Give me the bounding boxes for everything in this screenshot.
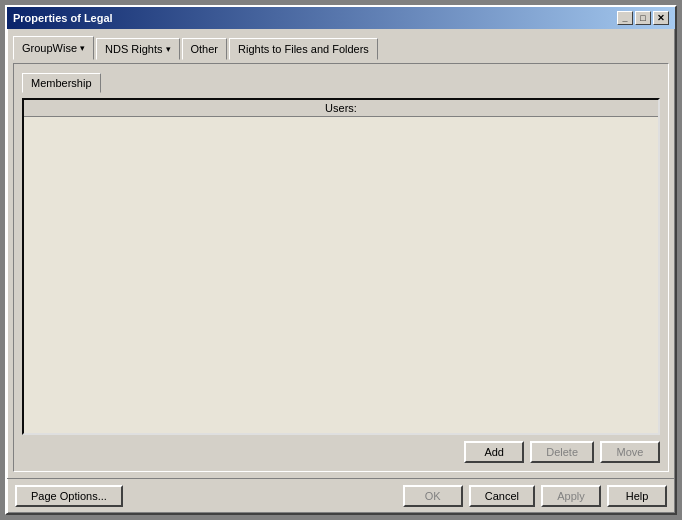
users-panel: Users: Add Delete Move <box>22 98 660 463</box>
apply-button[interactable]: Apply <box>541 485 601 507</box>
tab-bar: GroupWise ▾ NDS Rights ▾ Other Rights to… <box>13 35 669 59</box>
tab-nds-rights[interactable]: NDS Rights ▾ <box>96 38 179 60</box>
tab-rights-files-folders[interactable]: Rights to Files and Folders <box>229 38 378 60</box>
users-list[interactable] <box>24 117 658 433</box>
tab-panel: Membership Users: Add Delete Move <box>13 63 669 472</box>
sub-tab-membership[interactable]: Membership <box>22 73 101 93</box>
page-options-button[interactable]: Page Options... <box>15 485 123 507</box>
action-buttons: Add Delete Move <box>22 441 660 463</box>
ok-button[interactable]: OK <box>403 485 463 507</box>
dialog-title: Properties of Legal <box>13 12 113 24</box>
title-bar-buttons: _ □ ✕ <box>617 11 669 25</box>
tab-nds-rights-label: NDS Rights <box>105 43 162 55</box>
users-header: Users: <box>24 100 658 117</box>
sub-tab-bar: Membership <box>22 72 660 92</box>
tab-groupwise-dropdown-icon[interactable]: ▾ <box>80 43 85 53</box>
cancel-button[interactable]: Cancel <box>469 485 535 507</box>
dialog-footer: Page Options... OK Cancel Apply Help <box>7 478 675 513</box>
tab-nds-rights-dropdown-icon[interactable]: ▾ <box>166 44 171 54</box>
sub-tab-membership-label: Membership <box>31 77 92 89</box>
maximize-button[interactable]: □ <box>635 11 651 25</box>
move-button[interactable]: Move <box>600 441 660 463</box>
dialog-content: GroupWise ▾ NDS Rights ▾ Other Rights to… <box>7 29 675 478</box>
dialog-window: Properties of Legal _ □ ✕ GroupWise ▾ ND… <box>5 5 677 515</box>
help-button[interactable]: Help <box>607 485 667 507</box>
title-bar: Properties of Legal _ □ ✕ <box>7 7 675 29</box>
tab-rights-files-folders-label: Rights to Files and Folders <box>238 43 369 55</box>
delete-button[interactable]: Delete <box>530 441 594 463</box>
users-box: Users: <box>22 98 660 435</box>
add-button[interactable]: Add <box>464 441 524 463</box>
tab-other[interactable]: Other <box>182 38 228 60</box>
minimize-button[interactable]: _ <box>617 11 633 25</box>
tab-groupwise-label: GroupWise <box>22 42 77 54</box>
footer-right-buttons: OK Cancel Apply Help <box>403 485 667 507</box>
tab-groupwise[interactable]: GroupWise ▾ <box>13 36 94 60</box>
close-button[interactable]: ✕ <box>653 11 669 25</box>
tab-other-label: Other <box>191 43 219 55</box>
